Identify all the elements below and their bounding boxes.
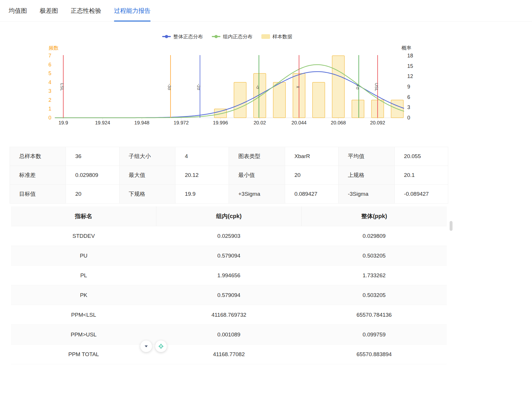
summary-value-cell: 0.089427 [285,185,338,204]
histogram-bar [352,100,364,118]
summary-label-cell: 总样本数 [10,147,66,166]
metric-value-cell: 1.733262 [301,266,447,285]
summary-label-cell: 标准差 [10,166,66,185]
metric-value-cell: 0.503205 [301,246,447,266]
summary-value-cell: 36 [66,147,119,166]
marker-label: LSL [60,83,65,91]
x-tick-label: 20.068 [331,120,346,126]
metric-name-cell: PPM>USL [11,325,156,345]
tab-mean-chart[interactable]: 均值图 [9,0,27,21]
freq-tick-label: 7 [48,53,51,59]
marker-label: USL [374,83,379,91]
prob-tick-label: 3 [407,104,410,110]
sample-bar-icon [261,34,270,39]
x-tick-label: 20.044 [292,120,307,126]
summary-value-cell: 19.9 [175,185,229,204]
summary-label-cell: 最大值 [119,166,175,185]
x-tick-label: 19.948 [134,120,149,126]
freq-tick-label: 2 [48,97,51,103]
freq-tick-label: 0 [48,115,51,121]
locate-button[interactable] [155,340,167,352]
tab-bar: 均值图 极差图 正态性检验 过程能力报告 [0,0,532,22]
tab-capability-report[interactable]: 过程能力报告 [114,0,151,21]
marker-label: +σ [355,84,360,90]
histogram-bar [332,56,344,118]
legend-label: 组内正态分布 [223,33,253,40]
freq-tick-label: 6 [48,62,51,68]
metric-name-cell: PL [11,266,156,285]
summary-value-cell: -0.089427 [395,185,448,204]
legend-item-sample-data[interactable]: 样本数据 [261,33,292,40]
histogram-bar [312,82,325,118]
right-axis-title: 概率 [401,45,411,51]
metric-value-cell: 0.001089 [156,325,302,345]
left-axis-title: 频数 [49,45,59,51]
capability-chart-section: 整体正态分布 组内正态分布 样本数据 19.919.92419.94819.97… [0,28,454,133]
summary-value-cell: XbarR [285,147,338,166]
active-tab-underline [114,21,151,21]
metric-value-cell: 0.025903 [156,226,302,246]
tab-normality-test[interactable]: 正态性检验 [71,0,101,21]
metric-value-cell: 1.994656 [156,266,302,285]
summary-value-cell: 4 [175,147,229,166]
metrics-header-cell: 整体(ppk) [301,206,447,226]
summary-row: 总样本数36子组大小4图表类型XbarR平均值20.055 [10,147,448,166]
x-tick-label: 19.972 [174,120,189,126]
freq-tick-label: 5 [48,70,51,76]
legend-item-overall-normal[interactable]: 整体正态分布 [162,33,203,40]
tab-range-chart[interactable]: 极差图 [40,0,58,21]
freq-tick-label: 1 [48,106,51,112]
summary-value-cell: 20 [285,166,338,185]
metric-name-cell: STDDEV [11,226,156,246]
summary-value-cell: 20.12 [175,166,229,185]
histogram-bar [254,73,266,118]
summary-table: 总样本数36子组大小4图表类型XbarR平均值20.055标准差0.029809… [10,147,448,204]
summary-label-cell: 上规格 [339,166,395,185]
process-capability-page: 均值图 极差图 正态性检验 过程能力报告 整体正态分布 组内正态分布 [0,0,532,415]
metric-value-cell: 0.029809 [301,226,447,246]
summary-value-cell: 20 [66,185,119,204]
prob-tick-label: 12 [407,73,413,79]
floating-toolbar [140,340,167,352]
metric-value-cell: 41168.769732 [156,305,302,325]
freq-tick-label: 3 [48,88,51,94]
prob-tick-label: 18 [407,53,413,59]
x-tick-label: 19.996 [213,120,228,126]
metric-name-cell: PU [11,246,156,266]
x-tick-label: 19.9 [59,120,68,126]
summary-label-cell: +3Sigma [229,185,285,204]
metrics-row: PPM TOTAL41168.7708265570.883894 [11,345,447,364]
metrics-row: PK0.5790940.503205 [11,285,447,305]
x-tick-label: 20.02 [254,120,266,126]
marker-label: -2σ [196,84,201,90]
locate-target-icon [158,343,164,349]
legend-item-within-normal[interactable]: 组内正态分布 [212,33,253,40]
freq-tick-label: 4 [48,79,51,85]
marker-label: -σ [256,85,260,89]
scrollbar-thumb[interactable] [450,221,453,231]
summary-label-cell: 图表类型 [229,147,285,166]
metric-value-cell: 65570.784136 [301,305,447,325]
metric-value-cell: 0.503205 [301,285,447,305]
metrics-row: PU0.5790940.503205 [11,246,447,266]
chart-canvas[interactable]: 19.919.92419.94819.97219.99620.0220.0442… [0,43,454,133]
metrics-row: PPM>USL0.0010890.099759 [11,325,447,345]
metric-value-cell: 0.579094 [156,285,302,305]
summary-value-cell: 20.1 [395,166,448,185]
overall-line-icon [162,36,171,37]
summary-label-cell: -3Sigma [339,185,395,204]
legend-label: 样本数据 [273,33,292,40]
metric-value-cell: 65570.883894 [301,345,447,364]
metrics-table: 指标名组内(cpk)整体(ppk) STDDEV0.0259030.029809… [11,206,447,364]
prob-tick-label: 9 [407,84,410,90]
metric-name-cell: PK [11,285,156,305]
normal-curve [55,65,404,118]
summary-label-cell: 最小值 [229,166,285,185]
histogram-bar [273,82,285,118]
metrics-header-cell: 指标名 [11,206,156,226]
within-line-icon [212,36,220,37]
prob-tick-label: 6 [407,94,410,100]
collapse-down-arrow-icon [144,344,149,349]
metric-value-cell: 0.579094 [156,246,302,266]
collapse-button[interactable] [140,340,152,352]
